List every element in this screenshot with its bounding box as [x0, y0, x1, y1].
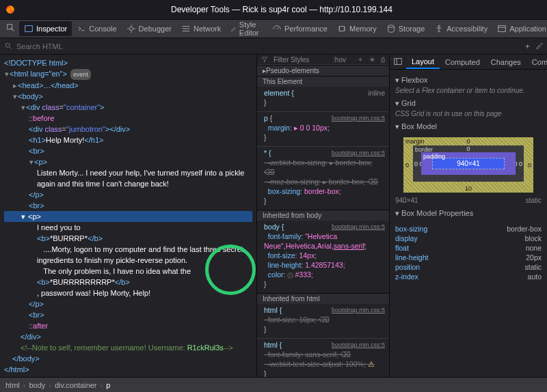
crumb-p[interactable]: p: [106, 381, 110, 389]
svg-rect-2: [25, 26, 33, 32]
element-rule[interactable]: element {: [264, 89, 294, 97]
crumb-body[interactable]: body: [29, 381, 45, 389]
light-dark-icon[interactable]: ☀: [369, 56, 375, 64]
div-close: </div>: [21, 333, 41, 341]
html-close: </html>: [4, 365, 29, 374]
tab-accessibility[interactable]: Accessibility: [429, 21, 492, 36]
source-link[interactable]: bootstrap.min.css:5: [332, 148, 385, 158]
html-node[interactable]: <html lang="en">: [10, 70, 67, 78]
layout-tab-compat[interactable]: Compat: [526, 56, 547, 68]
source-link[interactable]: bootstrap.min.css:5: [332, 222, 385, 232]
body-close: </body>: [12, 354, 40, 363]
layout-tab-changes[interactable]: Changes: [485, 56, 526, 68]
tab-label: Console: [89, 25, 116, 33]
html-rule2[interactable]: html {: [264, 341, 282, 349]
prop-row: box-sizingborder-box: [395, 224, 542, 234]
html-rule[interactable]: html {: [264, 306, 282, 314]
thiselement-section: This Element: [263, 78, 302, 85]
event-badge[interactable]: event: [70, 69, 91, 80]
tab-debugger[interactable]: Debugger: [122, 21, 176, 36]
filter-styles-label[interactable]: Filter Styles: [274, 56, 309, 64]
svg-rect-7: [498, 26, 506, 32]
pseudo-before[interactable]: ::before: [29, 114, 54, 122]
tab-console[interactable]: Console: [72, 21, 121, 36]
b-top[interactable]: 0: [466, 145, 470, 152]
doctype-node: <!DOCTYPE html>: [4, 59, 68, 67]
layout-pane: Layout Computed Changes Compat ▾ Flexbox…: [389, 55, 547, 377]
inline-label: inline: [368, 88, 385, 98]
dims-label: 940×41: [395, 197, 418, 204]
html-tree-pane[interactable]: <!DOCTYPE html> ▾<html lang="en"> event …: [0, 55, 256, 377]
svg-point-6: [438, 25, 440, 27]
val: sans-serif: [334, 242, 365, 250]
svg-rect-14: [395, 58, 402, 64]
tab-application[interactable]: Application: [492, 21, 547, 36]
flexbox-msg: Select a Flex container or item to conti…: [395, 87, 542, 94]
add-rule-icon[interactable]: ＋: [524, 41, 531, 51]
br-node2[interactable]: <br>: [29, 201, 44, 210]
tab-label: Accessibility: [446, 25, 488, 33]
search-icon: [0, 42, 16, 51]
p1-node[interactable]: <p>: [34, 158, 47, 166]
tab-performance[interactable]: Performance: [267, 21, 332, 36]
pick-element-icon[interactable]: [3, 20, 19, 37]
prop-row: positionstatic: [395, 262, 542, 272]
pseudo-after[interactable]: ::after: [29, 322, 48, 330]
star-rule[interactable]: * {: [264, 149, 271, 157]
br-node[interactable]: <br>: [29, 147, 44, 155]
box-model-props: box-sizingborder-boxdisplayblockfloatnon…: [395, 224, 542, 281]
m-left[interactable]: 0: [405, 162, 409, 169]
head-node[interactable]: <head>…</head>: [18, 81, 79, 89]
br-node3[interactable]: <br>: [29, 311, 44, 319]
tab-storage[interactable]: Storage: [382, 21, 430, 36]
pseudo-section[interactable]: Pseudo-elements: [266, 67, 319, 74]
inherited-body-section: Inherited from body: [263, 212, 321, 219]
add-rule-icon[interactable]: ＋: [357, 55, 364, 64]
m-top[interactable]: 0: [466, 138, 470, 145]
source-link[interactable]: bootstrap.min.css:5: [332, 305, 385, 315]
svg-rect-4: [340, 27, 345, 31]
grid-msg: CSS Grid is not in use on this page: [395, 110, 542, 117]
crumb-div[interactable]: div.container: [55, 381, 97, 389]
p2-text-1: I need you to: [4, 222, 252, 233]
tab-inspector[interactable]: Inspector: [19, 21, 72, 36]
color-swatch[interactable]: [287, 272, 293, 279]
tab-styleeditor[interactable]: Style Editor: [226, 18, 267, 40]
prop-row: z-indexauto: [395, 272, 542, 281]
tab-network[interactable]: Network: [176, 21, 226, 36]
source-link[interactable]: bootstrap.min.css:5: [332, 113, 385, 123]
tab-label: Memory: [349, 25, 377, 33]
prop-row: displayblock: [395, 234, 542, 243]
body-rule[interactable]: body {: [264, 223, 284, 231]
selected-p-node[interactable]: ▾ <p>: [4, 211, 252, 222]
p-close: </p>: [29, 191, 44, 199]
layout-tab-computed[interactable]: Computed: [440, 56, 485, 68]
prop-row: floatnone: [395, 243, 542, 253]
sidebar-toggle-icon[interactable]: [390, 55, 406, 70]
crumb-html[interactable]: html: [5, 381, 20, 389]
search-html-input[interactable]: [16, 42, 167, 51]
grid-header[interactable]: Grid: [401, 99, 416, 107]
firefox-icon: [5, 5, 15, 14]
m-bottom[interactable]: 10: [465, 185, 472, 192]
body-node[interactable]: <body>: [18, 92, 43, 100]
print-media-icon[interactable]: ⎙: [381, 56, 385, 64]
hov-toggle[interactable]: :hov: [333, 56, 346, 64]
layout-tab-layout[interactable]: Layout: [406, 55, 440, 69]
bm-props-header[interactable]: Box Model Properties: [401, 209, 473, 217]
tab-memory[interactable]: Memory: [332, 21, 382, 36]
source-link[interactable]: bootstrap.min.css:5: [332, 340, 385, 350]
tab-label: Style Editor: [239, 20, 263, 37]
val: #333;: [295, 270, 312, 279]
prop-row: line-height20px: [395, 253, 542, 262]
filter-icon: [261, 56, 268, 63]
tab-label: Storage: [399, 25, 425, 33]
eyedropper-icon[interactable]: [535, 42, 543, 51]
boxmodel-header[interactable]: Box Model: [401, 122, 437, 130]
box-model-diagram[interactable]: margin 0 10 0 0 border 0 0 0 0 0 padding…: [403, 137, 533, 193]
styles-pane: Filter Styles :hov ＋ ☀ ⎙ ▸ Pseudo-elemen…: [256, 55, 389, 377]
flexbox-header[interactable]: Flexbox: [401, 76, 428, 84]
svg-point-13: [5, 43, 10, 47]
m-right[interactable]: 0: [528, 162, 531, 169]
tab-label: Performance: [284, 25, 328, 33]
